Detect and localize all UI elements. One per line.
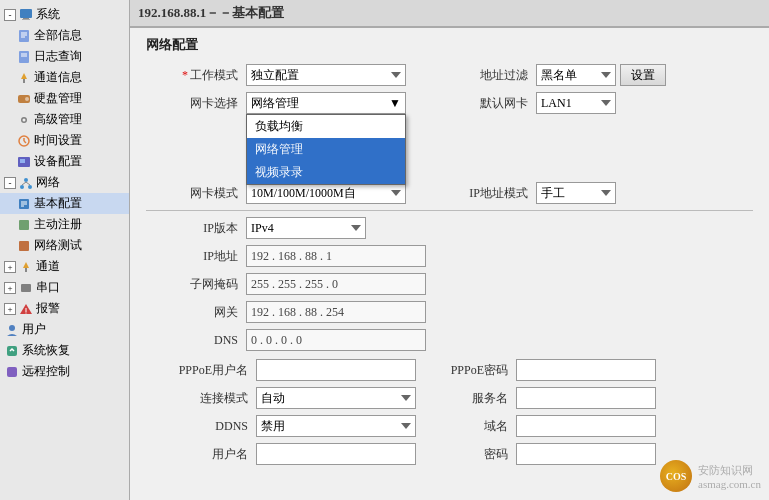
svg-rect-3 xyxy=(19,30,29,42)
sidebar-item-system[interactable]: - 系统 xyxy=(0,4,129,25)
test-icon xyxy=(16,238,32,254)
sidebar-label-channel: 通道 xyxy=(36,258,60,275)
antenna-icon xyxy=(16,70,32,86)
alarm-icon xyxy=(18,301,34,317)
ddns-label: DDNS xyxy=(146,419,256,434)
conn-mode-label: 连接模式 xyxy=(146,390,256,407)
tree-toggle-alarm[interactable]: + xyxy=(4,303,16,315)
sidebar-item-network-test[interactable]: 网络测试 xyxy=(0,235,129,256)
pppoe-user-input[interactable] xyxy=(256,359,416,381)
nic-option-video-record[interactable]: 视频录录 xyxy=(247,161,405,184)
watermark: COS 安防知识网 asmag.com.cn xyxy=(660,460,761,492)
sidebar-item-network[interactable]: - 网络 xyxy=(0,172,129,193)
svg-rect-30 xyxy=(19,220,29,230)
monitor-icon xyxy=(18,7,34,23)
clock-icon xyxy=(16,133,32,149)
sidebar-item-basic-config[interactable]: 基本配置 xyxy=(0,193,129,214)
svg-rect-2 xyxy=(22,19,30,20)
doc-icon-allinfo xyxy=(16,28,32,44)
nic-select-field[interactable]: 网络管理 ▼ xyxy=(246,92,406,114)
work-mode-select[interactable]: 独立配置 负载均衡 网络管理 视频录录 xyxy=(246,64,406,86)
gear-icon xyxy=(16,112,32,128)
sidebar-item-alarm[interactable]: + 报警 xyxy=(0,298,129,319)
sidebar-item-all-info[interactable]: 全部信息 xyxy=(0,25,129,46)
remote-icon xyxy=(4,364,20,380)
default-nic-label: 默认网卡 xyxy=(466,95,536,112)
tree-toggle-channel[interactable]: + xyxy=(4,261,16,273)
nic-select-value: 网络管理 xyxy=(251,95,299,112)
watermark-url: asmag.com.cn xyxy=(698,478,761,490)
sidebar-label-disk-mgmt: 硬盘管理 xyxy=(34,90,82,107)
sidebar-item-active-reg[interactable]: 主动注册 xyxy=(0,214,129,235)
svg-line-25 xyxy=(26,182,30,185)
svg-point-15 xyxy=(23,118,26,121)
sidebar-item-remote[interactable]: 远程控制 xyxy=(0,361,129,382)
sidebar-label-restore: 系统恢复 xyxy=(22,342,70,359)
sidebar-label-basic-config: 基本配置 xyxy=(34,195,82,212)
svg-rect-36 xyxy=(26,308,27,312)
svg-rect-34 xyxy=(21,284,31,292)
domain-name-label: 域名 xyxy=(426,418,516,435)
tree-toggle-port[interactable]: + xyxy=(4,282,16,294)
nic-option-network-mgmt[interactable]: 网络管理 xyxy=(247,138,405,161)
svg-rect-39 xyxy=(7,346,17,356)
ip-mode-select[interactable]: 手工 DHCP xyxy=(536,182,616,204)
addr-filter-settings-button[interactable]: 设置 xyxy=(620,64,666,86)
password-input[interactable] xyxy=(516,443,656,465)
addr-filter-select[interactable]: 黑名单 白名单 xyxy=(536,64,616,86)
sidebar-item-port[interactable]: + 串口 xyxy=(0,277,129,298)
username-label: 用户名 xyxy=(146,446,256,463)
ddns-select[interactable]: 禁用 启用 xyxy=(256,415,416,437)
sidebar-item-disk-mgmt[interactable]: 硬盘管理 xyxy=(0,88,129,109)
sidebar-item-user[interactable]: 用户 xyxy=(0,319,129,340)
sidebar-label-active-reg: 主动注册 xyxy=(34,216,82,233)
user-icon xyxy=(4,322,20,338)
sidebar-item-channel-info[interactable]: 通道信息 xyxy=(0,67,129,88)
nic-dropdown: 负载均衡 网络管理 视频录录 xyxy=(246,114,406,185)
svg-point-13 xyxy=(25,97,29,101)
page-title: 192.168.88.1－－基本配置 xyxy=(130,0,769,28)
watermark-brand: 安防知识网 xyxy=(698,463,753,478)
tree-toggle-network[interactable]: - xyxy=(4,177,16,189)
config-icon xyxy=(16,196,32,212)
domain-name-input[interactable] xyxy=(516,415,656,437)
sidebar-label-time-settings: 时间设置 xyxy=(34,132,82,149)
dns-label: DNS xyxy=(146,333,246,348)
sidebar-label-system: 系统 xyxy=(36,6,60,23)
svg-rect-11 xyxy=(23,79,25,83)
nic-option-load-balance[interactable]: 负载均衡 xyxy=(247,115,405,138)
dns-input[interactable] xyxy=(246,329,426,351)
sidebar-item-log-query[interactable]: 日志查询 xyxy=(0,46,129,67)
svg-rect-7 xyxy=(19,51,29,63)
subnet-mask-label: 子网掩码 xyxy=(146,276,246,293)
sidebar-item-device-config[interactable]: 设备配置 xyxy=(0,151,129,172)
gateway-input[interactable] xyxy=(246,301,426,323)
sidebar-label-port: 串口 xyxy=(36,279,60,296)
service-name-input[interactable] xyxy=(516,387,656,409)
sidebar-label-remote: 远程控制 xyxy=(22,363,70,380)
subnet-mask-input[interactable] xyxy=(246,273,426,295)
section-title: 网络配置 xyxy=(146,36,753,54)
tree-toggle-system[interactable]: - xyxy=(4,9,16,21)
sidebar-item-time-settings[interactable]: 时间设置 xyxy=(0,130,129,151)
sidebar-item-advanced-mgmt[interactable]: 高级管理 xyxy=(0,109,129,130)
pppoe-pass-label: PPPoE密码 xyxy=(426,362,516,379)
service-name-label: 服务名 xyxy=(426,390,516,407)
restore-icon xyxy=(4,343,20,359)
nic-mode-select[interactable]: 10M/100M/1000M自 xyxy=(246,182,406,204)
hdd-icon xyxy=(16,91,32,107)
content-body: 网络配置 工作模式 独立配置 负载均衡 网络管理 视频录录 xyxy=(130,28,769,500)
username-input[interactable] xyxy=(256,443,416,465)
ip-version-label: IP版本 xyxy=(146,220,246,237)
gateway-label: 网关 xyxy=(146,304,246,321)
pppoe-pass-input[interactable] xyxy=(516,359,656,381)
nic-select-label: 网卡选择 xyxy=(146,95,246,112)
sidebar-item-restore[interactable]: 系统恢复 xyxy=(0,340,129,361)
sidebar-item-channel[interactable]: + 通道 xyxy=(0,256,129,277)
sidebar-label-alarm: 报警 xyxy=(36,300,60,317)
ip-addr-input[interactable] xyxy=(246,245,426,267)
conn-mode-select[interactable]: 自动 手动 xyxy=(256,387,416,409)
default-nic-select[interactable]: LAN1 LAN2 xyxy=(536,92,616,114)
ip-version-select[interactable]: IPv4 IPv6 xyxy=(246,217,366,239)
svg-rect-0 xyxy=(20,9,32,18)
